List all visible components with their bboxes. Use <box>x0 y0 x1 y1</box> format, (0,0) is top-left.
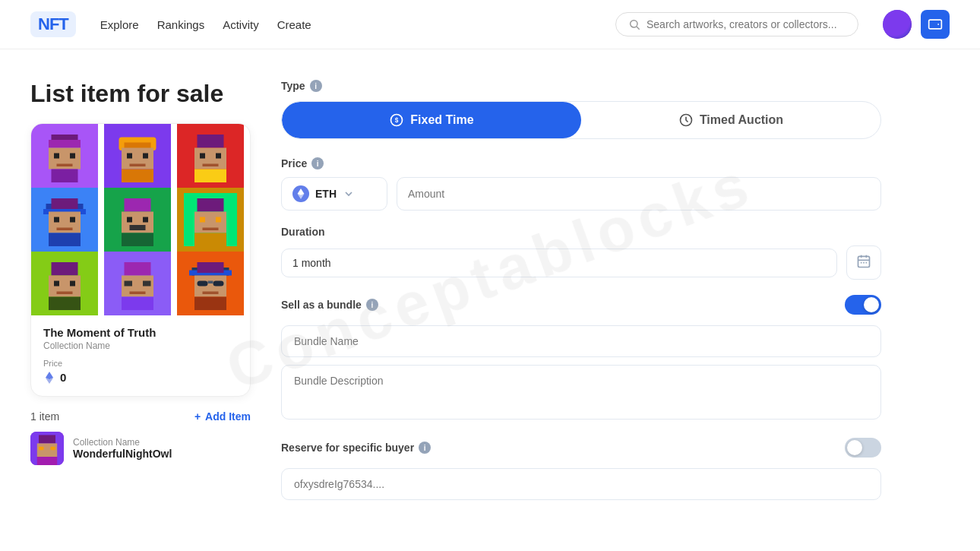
avatar[interactable] <box>883 10 912 39</box>
nft-collection: Collection Name <box>43 340 238 351</box>
wallet-icon[interactable] <box>921 10 950 39</box>
price-info-icon[interactable]: i <box>311 157 324 169</box>
type-section: Type i $ Fixed Time Timed Auction <box>281 80 881 139</box>
svg-rect-29 <box>52 198 78 209</box>
svg-rect-80 <box>37 457 57 465</box>
reserve-info-icon[interactable]: i <box>419 442 431 454</box>
svg-rect-22 <box>200 154 205 159</box>
svg-rect-36 <box>125 198 151 212</box>
calendar-icon <box>856 254 871 269</box>
bundle-description-input[interactable] <box>281 365 881 420</box>
eth-icon-card <box>43 372 55 384</box>
nft-price-label: Price <box>43 359 238 368</box>
svg-rect-57 <box>125 262 151 276</box>
svg-rect-50 <box>52 262 78 276</box>
duration-row <box>281 245 881 280</box>
reserve-label: Reserve for specific buyer i <box>281 442 431 454</box>
svg-rect-72 <box>194 297 226 311</box>
nav-rankings[interactable]: Rankings <box>157 18 205 31</box>
svg-rect-24 <box>203 164 219 167</box>
svg-rect-54 <box>57 292 73 295</box>
type-label: Type i <box>281 80 881 92</box>
nft-cell-8 <box>104 252 171 315</box>
amount-input[interactable] <box>397 177 881 211</box>
nft-cell-2 <box>104 124 171 188</box>
eth-icon <box>296 188 305 199</box>
bundle-toggle-knob <box>864 297 879 312</box>
reserve-toggle[interactable] <box>845 438 881 458</box>
type-info-icon[interactable]: i <box>310 80 322 92</box>
fixed-time-button[interactable]: $ Fixed Time <box>282 102 581 138</box>
svg-rect-61 <box>130 292 146 295</box>
type-toggle: $ Fixed Time Timed Auction <box>281 101 881 139</box>
svg-rect-15 <box>127 154 132 159</box>
timed-auction-button[interactable]: Timed Auction <box>581 102 880 138</box>
calendar-button[interactable] <box>846 245 881 280</box>
svg-rect-47 <box>203 228 219 231</box>
price-label: Price i <box>281 157 881 169</box>
svg-rect-18 <box>122 169 153 183</box>
nav-activity[interactable]: Activity <box>223 18 259 31</box>
svg-rect-40 <box>130 225 146 230</box>
wallet-svg <box>928 17 943 32</box>
nft-cell-9 <box>177 252 244 315</box>
item-name: WonderfulNightOwl <box>73 448 172 460</box>
reserve-address-input[interactable] <box>281 468 881 500</box>
svg-rect-53 <box>70 281 75 287</box>
svg-rect-7 <box>54 154 59 159</box>
svg-rect-68 <box>198 281 208 287</box>
svg-rect-79 <box>50 447 55 450</box>
items-count: 1 item <box>30 410 59 423</box>
svg-rect-77 <box>37 443 57 457</box>
currency-label: ETH <box>315 188 337 200</box>
svg-rect-41 <box>122 233 153 247</box>
search-bar[interactable] <box>615 12 858 36</box>
item-collection: Collection Name <box>73 437 172 448</box>
bundle-toggle[interactable] <box>845 295 881 315</box>
nft-cell-5 <box>104 188 171 252</box>
svg-rect-78 <box>39 447 44 450</box>
svg-rect-90 <box>861 262 862 264</box>
add-item-button[interactable]: + Add Item <box>194 410 251 423</box>
bundle-info-icon[interactable]: i <box>366 299 378 311</box>
svg-rect-45 <box>200 217 205 223</box>
left-panel: List item for sale <box>30 80 251 515</box>
duration-input[interactable] <box>281 249 837 277</box>
item-entry: Collection Name WonderfulNightOwl <box>30 432 251 465</box>
nav-explore[interactable]: Explore <box>100 18 139 31</box>
svg-rect-23 <box>216 154 221 159</box>
duration-label: Duration <box>281 226 881 238</box>
nft-name: The Moment of Truth <box>43 326 238 339</box>
nft-grid <box>31 124 250 315</box>
logo[interactable]: NFT <box>30 11 76 37</box>
nft-cell-6 <box>177 188 244 252</box>
svg-rect-33 <box>57 228 73 231</box>
svg-rect-55 <box>49 297 81 311</box>
svg-rect-70 <box>208 281 213 284</box>
page-title: List item for sale <box>30 80 251 108</box>
dollar-circle-icon: $ <box>389 112 404 128</box>
reserve-toggle-knob <box>847 440 862 455</box>
svg-rect-38 <box>127 217 132 223</box>
bundle-toggle-row: Sell as a bundle i <box>281 295 881 315</box>
bundle-label: Sell as a bundle i <box>281 299 378 311</box>
nav-create[interactable]: Create <box>277 18 311 31</box>
svg-rect-92 <box>866 262 868 264</box>
svg-text:$: $ <box>395 116 399 124</box>
bundle-name-input[interactable] <box>281 325 881 357</box>
nft-price-value: 0 <box>43 371 238 384</box>
svg-rect-60 <box>143 281 151 287</box>
price-row: ETH <box>281 177 881 211</box>
svg-rect-69 <box>213 281 224 287</box>
svg-rect-86 <box>858 256 870 267</box>
search-input[interactable] <box>646 18 846 30</box>
svg-rect-8 <box>70 154 75 159</box>
nft-card: The Moment of Truth Collection Name Pric… <box>30 123 251 397</box>
navbar: NFT Explore Rankings Activity Create <box>0 0 980 49</box>
item-thumbnail <box>30 432 64 465</box>
nft-price-amount: 0 <box>60 371 66 384</box>
svg-point-0 <box>631 21 637 27</box>
svg-rect-39 <box>143 217 148 223</box>
svg-rect-2 <box>929 20 942 29</box>
currency-select-wrapper[interactable]: ETH <box>281 177 387 211</box>
